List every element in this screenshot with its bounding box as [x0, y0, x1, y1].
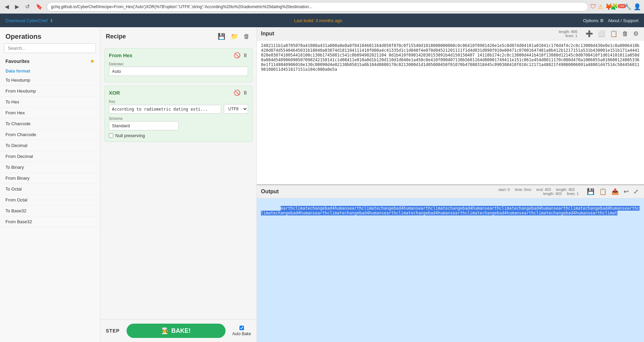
output-lengths: length: 403 lines: 1: [498, 192, 579, 196]
delimiter-label: Delimiter: [109, 62, 248, 66]
step-button[interactable]: STEP: [106, 328, 120, 333]
output-copy-button[interactable]: 📋: [598, 187, 608, 196]
sidebar-item-from-hexdump[interactable]: From Hexdump: [0, 86, 100, 97]
sidebar-item-to-octal[interactable]: To Octal: [0, 184, 100, 195]
sidebar-item-from-base32[interactable]: From Base32: [0, 216, 100, 227]
output-expand-button[interactable]: ⤢: [632, 187, 640, 196]
output-meta: start: 0 time: 0ms end: 403 length: 403 …: [498, 188, 579, 196]
options-label: Options: [583, 18, 598, 23]
output-panel: Output start: 0 time: 0ms end: 403 lengt…: [257, 185, 644, 342]
sidebar-item-from-decimal[interactable]: From Decimal: [0, 151, 100, 162]
xor-key-row: UTF8 Latin1 Hex: [109, 104, 248, 114]
sidebar-item-from-hex[interactable]: From Hex: [0, 108, 100, 118]
shield-icon: 🛡: [590, 3, 596, 10]
sidebar-item-to-base32[interactable]: To Base32: [0, 206, 100, 216]
input-add-button[interactable]: ➕: [584, 29, 594, 38]
op-xor-header: XOR 🚫 ⏸: [109, 89, 248, 96]
sidebar-title: Operations: [0, 27, 100, 43]
output-save-button[interactable]: 💾: [585, 187, 596, 196]
xor-scheme-input[interactable]: [109, 121, 179, 130]
download-icon: ⬇: [50, 18, 53, 23]
recipe-header: Recipe 💾 📁 🗑: [100, 27, 257, 46]
output-content[interactable]: earthclimatechangebad4humansearthclimate…: [257, 198, 644, 342]
input-meta: length: 806 lines: 1: [559, 30, 577, 38]
nav-forward-button[interactable]: ▶: [13, 2, 21, 11]
bake-icon: 👨‍🍳: [161, 327, 169, 335]
operation-card-from-hex: From Hex 🚫 ⏸ Delimiter: [104, 48, 252, 82]
main-content: Operations Favourites ★ Data format To H…: [0, 27, 644, 342]
op-from-hex-header: From Hex 🚫 ⏸: [109, 52, 248, 59]
output-length-bottom: length: 403: [543, 192, 561, 196]
auto-bake-group: Auto Bake: [232, 326, 251, 336]
input-paste-button[interactable]: 📋: [609, 29, 619, 38]
output-text-selected: earthclimatechangebad4humansearthclimate…: [261, 206, 640, 215]
download-label: Download CyberChef: [5, 18, 48, 23]
input-settings-button[interactable]: ⚙: [632, 29, 640, 38]
sidebar-item-from-octal[interactable]: From Octal: [0, 195, 100, 206]
output-undo-button[interactable]: ↩: [622, 187, 630, 196]
input-delete-button[interactable]: 🗑: [621, 30, 630, 38]
operation-card-xor: XOR 🚫 ⏸ Key UTF8 Latin1 Hex: [104, 86, 252, 142]
delimiter-field-group: Delimiter: [109, 62, 248, 76]
op-xor-title: XOR: [109, 90, 120, 96]
search-input[interactable]: [4, 43, 96, 53]
encoding-select[interactable]: UTF8 Latin1 Hex: [224, 104, 248, 114]
xor-scheme-label: Scheme: [109, 116, 248, 120]
warning-icon: ⚠: [598, 3, 603, 11]
recipe-open-button[interactable]: 📁: [229, 31, 240, 42]
favourites-label: Favourites: [5, 59, 30, 64]
sidebar-item-to-hexdump[interactable]: To Hexdump: [0, 75, 100, 86]
bookmark-button[interactable]: 🔖: [34, 2, 45, 11]
xor-key-input[interactable]: [109, 105, 221, 114]
output-header: Output start: 0 time: 0ms end: 403 lengt…: [257, 185, 644, 198]
sidebar-item-to-hex[interactable]: To Hex: [0, 97, 100, 108]
extension-puzzle-icon[interactable]: 🧩599: [614, 3, 622, 11]
recipe-body: From Hex 🚫 ⏸ Delimiter XOR 🚫: [100, 46, 257, 319]
op-from-hex-controls: 🚫 ⏸: [234, 52, 248, 59]
xor-key-field-group: Key UTF8 Latin1 Hex: [109, 99, 248, 114]
input-tabs-button[interactable]: ⬜: [596, 29, 607, 38]
section-label: Data format: [0, 66, 100, 75]
gear-icon: ⚙: [600, 18, 604, 23]
download-button[interactable]: Download CyberChef ⬇: [5, 18, 53, 23]
output-time-label: time: 0ms: [515, 188, 531, 192]
star-icon: ★: [90, 58, 95, 64]
input-length: length: 806: [559, 30, 577, 34]
sidebar-item-to-binary[interactable]: To Binary: [0, 162, 100, 173]
nav-back-button[interactable]: ◀: [3, 2, 11, 11]
input-content[interactable]: 2402111b1a0705070a41000a431a000a0e0a0f04…: [257, 40, 644, 184]
output-send-button[interactable]: 📤: [610, 187, 620, 196]
op-xor-disable-button[interactable]: 🚫: [234, 89, 241, 96]
op-from-hex-title: From Hex: [109, 52, 132, 58]
auto-bake-checkbox[interactable]: [240, 326, 244, 330]
xor-scheme-field-group: Scheme: [109, 116, 248, 130]
about-support-button[interactable]: About / Support: [608, 18, 639, 23]
op-from-hex-disable-button[interactable]: 🚫: [234, 52, 241, 59]
recipe-toolbar: 💾 📁 🗑: [216, 31, 251, 42]
extension-profile-icon[interactable]: 👤: [633, 3, 641, 11]
address-bar[interactable]: [47, 2, 588, 12]
io-area: Input length: 806 lines: 1 ➕ ⬜ 📋 🗑 ⚙: [257, 27, 644, 342]
op-xor-controls: 🚫 ⏸: [234, 89, 248, 96]
delimiter-input[interactable]: [109, 67, 248, 76]
sidebar-item-to-charcode[interactable]: To Charcode: [0, 118, 100, 129]
output-start: start: 0 time: 0ms: [498, 188, 532, 192]
bake-button[interactable]: 👨‍🍳 BAKE!: [127, 324, 226, 338]
output-toolbar: 💾 📋 📤 ↩ ⤢: [585, 187, 640, 196]
sidebar-item-from-binary[interactable]: From Binary: [0, 173, 100, 184]
null-preserving-checkbox[interactable]: [109, 133, 113, 138]
output-start-label: start: 0: [498, 188, 510, 192]
nav-refresh-button[interactable]: ↺: [23, 2, 32, 11]
recipe-delete-button[interactable]: 🗑: [242, 31, 251, 42]
null-preserving-row: Null preserving: [109, 133, 248, 138]
recipe-footer: STEP 👨‍🍳 BAKE! Auto Bake: [100, 319, 257, 342]
options-button[interactable]: Options ⚙: [583, 18, 604, 23]
sidebar-item-to-decimal[interactable]: To Decimal: [0, 140, 100, 151]
recipe-title: Recipe: [106, 33, 126, 40]
bake-label: BAKE!: [171, 327, 191, 335]
favourites-row[interactable]: Favourites ★: [0, 56, 100, 66]
recipe-save-button[interactable]: 💾: [216, 31, 227, 42]
op-from-hex-pause-button[interactable]: ⏸: [243, 52, 248, 59]
sidebar-item-from-charcode[interactable]: From Charcode: [0, 129, 100, 140]
op-xor-pause-button[interactable]: ⏸: [243, 89, 248, 96]
